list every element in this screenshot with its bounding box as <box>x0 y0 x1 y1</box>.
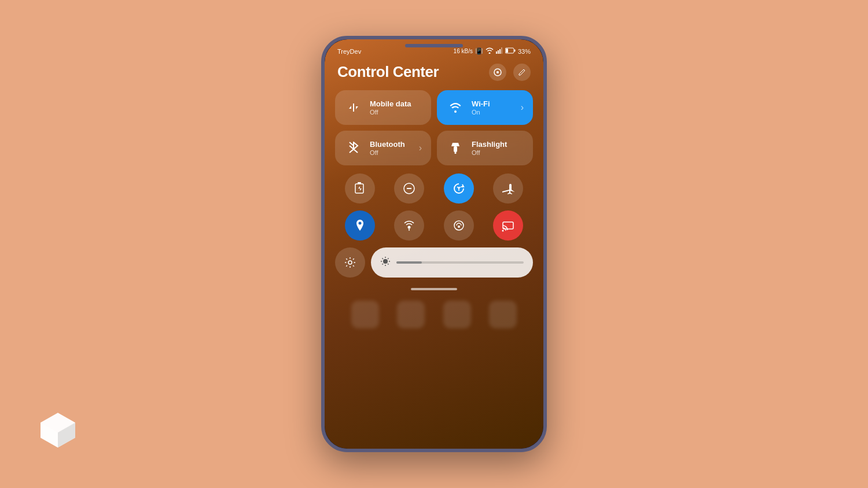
svg-point-29 <box>383 259 388 264</box>
tile-flashlight[interactable]: Flashlight Off <box>437 131 533 165</box>
tile-bluetooth-text: Bluetooth Off <box>370 140 405 156</box>
svg-line-34 <box>382 258 383 258</box>
sync-btn[interactable] <box>444 173 474 204</box>
brightness-slider[interactable] <box>371 247 533 278</box>
brightness-track <box>396 261 524 264</box>
cube-logo <box>35 407 81 453</box>
location-btn[interactable] <box>345 210 375 241</box>
mobile-data-icon <box>344 98 363 117</box>
app-icon-4 <box>489 301 517 328</box>
settings-btn[interactable] <box>335 247 365 278</box>
cc-title: Control Center <box>337 63 439 81</box>
battery-icon <box>505 47 516 55</box>
brightness-fill <box>396 261 422 264</box>
tile-flashlight-status: Off <box>472 149 507 156</box>
tile-mobile-data[interactable]: Mobile data Off <box>335 90 431 125</box>
app-icon-2 <box>397 301 425 328</box>
svg-rect-5 <box>498 50 499 54</box>
phone-notch <box>405 44 463 47</box>
svg-rect-10 <box>506 49 508 53</box>
tile-flashlight-name: Flashlight <box>472 140 507 149</box>
home-bar <box>411 288 457 290</box>
tile-wifi-name: Wi-Fi <box>472 99 490 109</box>
tile-mobile-data-status: Off <box>370 109 411 116</box>
icon-row-2 <box>325 210 543 241</box>
svg-point-12 <box>496 71 499 73</box>
tile-bluetooth-name: Bluetooth <box>370 140 405 149</box>
signal-icon <box>496 47 503 55</box>
edit-header-icon[interactable] <box>513 64 531 81</box>
tile-wifi-status: On <box>472 109 490 116</box>
vibrate-icon: 📳 <box>475 47 483 55</box>
tile-bluetooth-status: Off <box>370 149 405 156</box>
svg-rect-7 <box>501 47 502 54</box>
wifi-arrow: › <box>521 102 524 113</box>
header-icons <box>489 64 531 81</box>
tile-flashlight-text: Flashlight Off <box>472 140 507 156</box>
location-header-icon[interactable] <box>489 64 506 81</box>
bluetooth-arrow: › <box>419 143 422 153</box>
svg-rect-9 <box>514 50 515 52</box>
bottom-row <box>325 247 543 278</box>
bluetooth-icon <box>344 139 363 157</box>
phone-screen: TreyDev 16 kB/s 📳 <box>325 39 543 449</box>
battery-percent: 33% <box>518 48 531 55</box>
svg-rect-18 <box>358 182 361 184</box>
svg-point-22 <box>358 222 361 225</box>
wifi-status-icon <box>486 47 494 55</box>
svg-point-23 <box>408 226 411 229</box>
icon-row-1 <box>325 173 543 204</box>
carrier-text: TreyDev <box>337 48 361 55</box>
tile-wifi[interactable]: Wi-Fi On › <box>437 90 533 125</box>
svg-rect-16 <box>455 152 457 154</box>
app-icon-3 <box>443 301 471 328</box>
app-icon-1 <box>351 301 379 328</box>
svg-marker-15 <box>451 143 459 146</box>
hotspot-btn[interactable] <box>394 210 424 241</box>
cc-header: Control Center <box>325 58 543 90</box>
tiles-grid: Mobile data Off Wi-Fi On › <box>325 90 543 165</box>
status-right: 16 kB/s 📳 <box>454 47 531 55</box>
status-bar: TreyDev 16 kB/s 📳 <box>325 39 543 58</box>
svg-line-37 <box>382 264 383 264</box>
svg-point-27 <box>502 230 504 232</box>
cast-btn[interactable] <box>493 210 523 241</box>
phone-frame: TreyDev 16 kB/s 📳 <box>321 36 547 452</box>
svg-point-28 <box>348 261 352 264</box>
tile-wifi-text: Wi-Fi On <box>472 99 490 116</box>
nfc-btn[interactable] <box>444 210 474 241</box>
tile-mobile-data-text: Mobile data Off <box>370 99 411 116</box>
svg-point-25 <box>458 225 460 228</box>
flashlight-icon <box>446 139 465 157</box>
home-indicator <box>325 283 543 295</box>
svg-rect-14 <box>454 146 457 152</box>
svg-line-35 <box>388 264 388 264</box>
wifi-tile-icon <box>446 98 465 117</box>
svg-line-36 <box>388 258 388 258</box>
svg-rect-6 <box>499 49 501 54</box>
battery-saver-btn[interactable] <box>345 173 375 204</box>
dnd-btn[interactable] <box>394 173 424 204</box>
tile-bluetooth[interactable]: Bluetooth Off › <box>335 131 431 165</box>
bottom-apps <box>325 295 543 328</box>
tile-mobile-data-name: Mobile data <box>370 99 411 109</box>
speed-text: 16 kB/s <box>454 48 473 54</box>
airplane-btn[interactable] <box>493 173 523 204</box>
brightness-icon <box>380 256 391 269</box>
svg-rect-4 <box>496 51 497 54</box>
